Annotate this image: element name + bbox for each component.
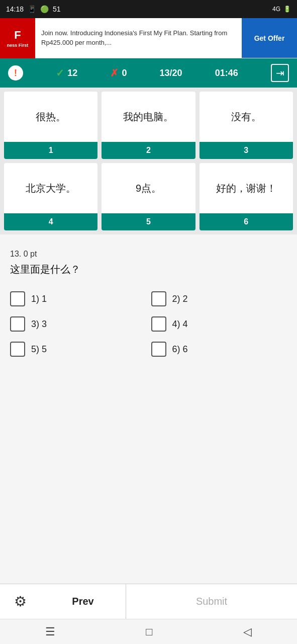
answer-label-6: 6) 6 (172, 344, 188, 355)
card-2-number: 2 (102, 142, 195, 159)
status-right: 4G 🔋 (272, 6, 291, 13)
card-3[interactable]: 没有。 3 (200, 92, 293, 159)
correct-count: 12 (67, 68, 77, 78)
card-2[interactable]: 我的电脑。 2 (102, 92, 195, 159)
card-1-text: 很热。 (4, 92, 97, 142)
checkbox-1[interactable] (10, 291, 25, 306)
timer-text: 01:46 (215, 68, 238, 78)
checkbox-3[interactable] (10, 316, 25, 332)
time: 14:18 (6, 5, 24, 13)
card-5[interactable]: 9点。 5 (102, 163, 195, 230)
battery-icon: 🔋 (283, 6, 291, 13)
exit-button[interactable]: ⇥ (271, 64, 289, 82)
status-left: 14:18 📱 🟢 51 (6, 5, 61, 13)
card-4[interactable]: 北京大学。 4 (4, 163, 97, 230)
settings-button[interactable]: ⚙ (0, 584, 40, 619)
progress-text: 13/20 (160, 68, 182, 78)
card-6-number: 6 (200, 213, 293, 230)
wrong-count: 0 (122, 68, 127, 78)
bottom-bar: ⚙ Prev Submit (0, 584, 297, 619)
card-6-text: 好的，谢谢！ (200, 163, 293, 213)
answer-grid: 1) 1 2) 2 3) 3 4) 4 5) 5 6) 6 (10, 291, 287, 357)
whatsapp-icon: 📱 (28, 5, 36, 13)
checkmark-icon: ✓ (56, 67, 64, 79)
card-grid: 很热。 1 我的电脑。 2 没有。 3 北京大学。 4 9点。 5 好的，谢谢！… (0, 88, 297, 234)
quiz-header: ! ✓ 12 ✗ 0 13/20 01:46 ⇥ (0, 58, 297, 88)
card-3-number: 3 (200, 142, 293, 159)
question-text: 这里面是什么？ (10, 263, 287, 276)
notification-count: 51 (53, 5, 61, 13)
answer-option-1[interactable]: 1) 1 (10, 291, 146, 306)
warning-indicator: ! (8, 65, 23, 80)
warning-icon: ! (8, 65, 23, 80)
card-4-number: 4 (4, 213, 97, 230)
answer-option-5[interactable]: 5) 5 (10, 342, 146, 357)
nav-menu-icon[interactable]: ☰ (45, 625, 55, 638)
ad-text: Join now. Introducing Indonesia's First … (35, 25, 242, 51)
checkbox-2[interactable] (151, 291, 166, 306)
checkbox-6[interactable] (151, 342, 166, 357)
wrong-count-group: ✗ 0 (110, 67, 127, 79)
ad-logo: F ness First (0, 18, 35, 58)
answer-option-6[interactable]: 6) 6 (151, 342, 287, 357)
answer-label-5: 5) 5 (31, 344, 47, 355)
card-3-text: 没有。 (200, 92, 293, 142)
exit-icon-symbol: ⇥ (276, 67, 284, 79)
prev-button[interactable]: Prev (40, 584, 126, 619)
card-1[interactable]: 很热。 1 (4, 92, 97, 159)
question-section: 13. 0 pt 这里面是什么？ 1) 1 2) 2 3) 3 4) 4 5) … (0, 234, 297, 584)
get-offer-button[interactable]: Get Offer (242, 18, 297, 58)
status-bar: 14:18 📱 🟢 51 4G 🔋 (0, 0, 297, 18)
answer-label-4: 4) 4 (172, 319, 188, 330)
question-meta: 13. 0 pt (10, 250, 287, 259)
correct-count-group: ✓ 12 (56, 67, 77, 79)
card-2-text: 我的电脑。 (102, 92, 195, 142)
nav-home-icon[interactable]: □ (146, 625, 152, 638)
settings-icon: ⚙ (14, 593, 27, 610)
card-4-text: 北京大学。 (4, 163, 97, 213)
signal-icon: 4G (272, 6, 280, 13)
answer-option-2[interactable]: 2) 2 (151, 291, 287, 306)
card-5-number: 5 (102, 213, 195, 230)
timer: 01:46 (215, 68, 238, 78)
answer-option-3[interactable]: 3) 3 (10, 316, 146, 332)
progress-indicator: 13/20 (160, 68, 182, 78)
ad-banner: F ness First Join now. Introducing Indon… (0, 18, 297, 58)
answer-option-4[interactable]: 4) 4 (151, 316, 287, 332)
answer-label-2: 2) 2 (172, 294, 188, 304)
notification-icon: 🟢 (40, 5, 49, 13)
cross-icon: ✗ (110, 67, 119, 79)
ad-logo-subtext: ness First (7, 43, 29, 48)
card-1-number: 1 (4, 142, 97, 159)
nav-bar: ☰ □ ◁ (0, 619, 297, 644)
submit-button[interactable]: Submit (126, 584, 297, 619)
ad-logo-letter: F (14, 29, 21, 42)
nav-back-icon[interactable]: ◁ (243, 625, 252, 638)
card-6[interactable]: 好的，谢谢！ 6 (200, 163, 293, 230)
checkbox-5[interactable] (10, 342, 25, 357)
card-5-text: 9点。 (102, 163, 195, 213)
answer-label-1: 1) 1 (31, 294, 47, 304)
checkbox-4[interactable] (151, 316, 166, 332)
answer-label-3: 3) 3 (31, 319, 47, 330)
